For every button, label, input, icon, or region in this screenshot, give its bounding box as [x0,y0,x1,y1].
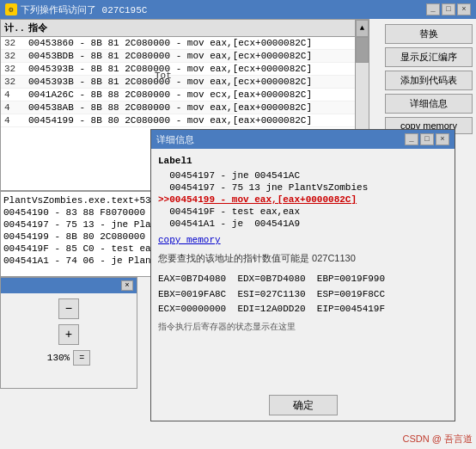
register-row-3: ECX=00000000 EDI=12A0DD20 EIP=0045419F [158,302,448,317]
zoom-minus-button[interactable]: − [58,298,79,319]
dialog-body: Label1 00454197 - jne 004541AC 00454197 … [151,149,455,340]
code-line-jne: 00454197 - jne 004541AC [158,169,448,181]
zoom-plus-button[interactable]: + [58,324,79,345]
col-instr-header: 指令 [28,22,351,34]
app-icon: ⚙ [5,3,17,15]
add-to-code-table-button[interactable]: 添加到代码表 [385,71,473,90]
details-button[interactable]: 详细信息 [385,94,473,114]
main-titlebar: ⚙ 下列操作码访问了 027C195C _ □ × [0,0,476,19]
zoom-display: 130% = [47,350,90,366]
dialog-label: Label1 [158,156,448,166]
dialog-close-button[interactable]: × [436,133,449,145]
exec-note: 指令执行后寄存器的状态显示在这里 [158,321,448,333]
table-row[interactable]: 32 00453860 - 8B 81 2C080000 - mov eax,[… [1,37,355,50]
table-row[interactable]: 4 00454199 - 8B 80 2C080000 - mov eax,[e… [1,114,355,127]
zoom-value: 130% [47,353,70,363]
dialog-title: 详细信息 [156,133,194,146]
registers-area: EAX=0B7D4080 EDX=0B7D4080 EBP=0019F990 E… [158,272,448,317]
zoom-panel: × − + 130% = [0,277,137,389]
table-header: 计.. 指令 [1,20,355,37]
close-button[interactable]: × [457,3,471,15]
titlebar-left: ⚙ 下列操作码访问了 027C195C [5,3,147,16]
table-row[interactable]: 32 0045393B - 8B 81 2C080000 - mov eax,[… [1,63,355,76]
table-row[interactable]: 32 00453BDB - 8B 81 2C080000 - mov eax,[… [1,50,355,63]
dialog-maximize-button[interactable]: □ [420,133,434,145]
register-row-2: EBX=0019FA8C ESI=027C1130 ESP=0019F8CC [158,287,448,303]
col-count-header: 计.. [4,22,28,34]
zoom-panel-titlebar: × [1,278,137,293]
maximize-button[interactable]: □ [442,3,455,15]
dialog-titlebar: 详细信息 _ □ × [151,130,455,149]
code-line-jne2: 00454197 - 75 13 jne PlantVsZombies [158,181,448,194]
titlebar-buttons: _ □ × [426,3,471,15]
right-action-panel: 替换 显示反汇编序 添加到代码表 详细信息 copy memory [381,19,476,139]
table-row[interactable]: 4 0041A26C - 8B 88 2C080000 - mov ecx,[e… [1,89,355,101]
watermark: CSDN @ 吾言道 [403,433,473,446]
dialog-title-buttons: _ □ × [405,133,449,145]
replace-button[interactable]: 替换 [385,24,473,44]
register-row-1: EAX=0B7D4080 EDX=0B7D4080 EBP=0019F990 [158,272,448,287]
info-text: 您要查找的该地址的指针数值可能是 027C1130 [158,252,448,265]
dialog-footer: 确定 [151,390,455,421]
zoom-equals-button[interactable]: = [73,350,90,366]
table-row[interactable]: 4 004538AB - 8B 88 2C080000 - mov eax,[e… [1,101,355,114]
zoom-panel-close[interactable]: × [121,280,133,291]
minimize-button[interactable]: _ [426,3,440,15]
main-window: ⚙ 下列操作码访问了 027C195C _ □ × 计.. 指令 [0,0,476,449]
ok-button[interactable]: 确定 [269,395,338,415]
code-line-je: 004541A1 - je 004541A9 [158,218,448,230]
zoom-controls: − + 130% = [1,298,137,366]
code-line-highlighted: >>00454199 - mov eax,[eax+0000082C] [158,194,448,206]
copy-memory-link[interactable]: copy memory [158,235,448,245]
dialog-minimize-button[interactable]: _ [405,133,418,145]
code-line-test: 0045419F - test eax,eax [158,206,448,218]
detail-dialog: 详细信息 _ □ × Label1 00454197 - jne 004541A… [150,129,455,421]
show-disasm-button[interactable]: 显示反汇编序 [385,47,473,67]
table-row[interactable]: 32 0045393B - 8B 81 2C080000 - mov eax,[… [1,76,355,89]
main-title: 下列操作码访问了 027C195C [21,3,147,16]
tot-label: Tot [155,71,172,81]
